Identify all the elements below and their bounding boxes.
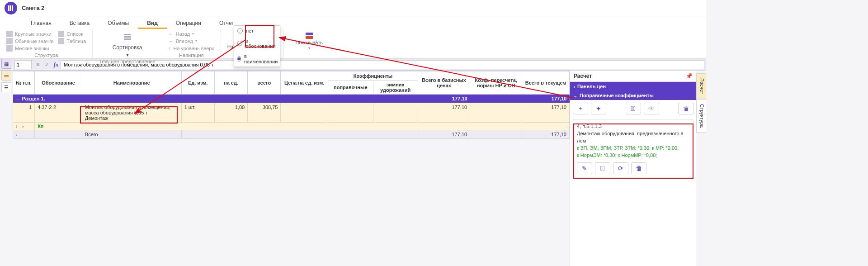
- normal-icons-icon: [6, 38, 13, 44]
- main-layout: № п.п. Обоснование Наименование Ед. изм.…: [13, 71, 696, 266]
- ribbon: Крупные значки Обычные значки Мелкие зна…: [0, 29, 706, 59]
- tab-volumes[interactable]: Объёмы: [99, 17, 138, 29]
- expand-icon[interactable]: ›: [22, 124, 27, 128]
- radio-checked-icon: [237, 56, 241, 62]
- nav-up[interactable]: ↑На уровень вверх: [169, 45, 214, 52]
- app-icon: [5, 2, 17, 14]
- add-button[interactable]: ＋: [573, 103, 588, 114]
- expand-icon[interactable]: ›: [16, 132, 20, 136]
- tab-operations[interactable]: Операции: [167, 17, 210, 29]
- tab-insert[interactable]: Вставка: [61, 17, 99, 29]
- table-row-sub[interactable]: ›› Кп: [13, 123, 570, 130]
- left-rail-btn-1[interactable]: ▦: [1, 59, 11, 69]
- view-normal-icons[interactable]: Обычные значки: [6, 38, 53, 44]
- popup-option-in-name[interactable]: в наименовании: [234, 51, 280, 66]
- ribbon-group-presentation: Сортировка ▾ Текущее представление: [93, 29, 162, 58]
- panel-section-prices[interactable]: ›Панель цен: [570, 82, 696, 91]
- coef-values-1: к ЗП, ЭМ, ЗПМ, ЗТР, ЗТМ: *0,30; к МР: *0…: [577, 145, 689, 152]
- view-large-icons[interactable]: Крупные значки: [6, 31, 53, 37]
- coef-text: Демонтаж оборудования, предназначенного …: [577, 130, 689, 145]
- left-rail-btn-3[interactable]: ☰: [1, 82, 11, 92]
- col-recalc[interactable]: Коэф. пересчета, нормы НР и СП: [470, 71, 522, 95]
- svg-rect-0: [8, 5, 9, 11]
- table-row[interactable]: 1 4.37-2-2 Монтаж оборудования в помещен…: [13, 103, 570, 123]
- col-unit[interactable]: Ед. изм.: [181, 71, 214, 95]
- popup-option-none[interactable]: нет: [234, 26, 280, 36]
- tab-main[interactable]: Главная: [22, 17, 61, 29]
- sort-button[interactable]: Сортировка ▾: [113, 31, 142, 58]
- group-label-navigation: Навигация: [179, 52, 203, 59]
- fx-button[interactable]: fx: [52, 59, 61, 70]
- refresh-icon: ⟳: [618, 164, 623, 173]
- caret-down-icon: ▾: [308, 46, 310, 50]
- close-icon: ✕: [36, 62, 40, 68]
- grid-area: № п.п. Обоснование Наименование Ед. изм.…: [13, 71, 570, 266]
- panel-section-coefficients[interactable]: ⌄Поправочные коэффициенты: [570, 91, 696, 100]
- right-toolbar: Расчет Структура: [696, 73, 706, 133]
- section-row[interactable]: ⌄Раздел 1. 177,10 177,10: [13, 95, 570, 103]
- col-unit-price[interactable]: Цена на ед. изм.: [281, 71, 328, 95]
- document-title: Смета 2: [22, 5, 45, 11]
- expand-icon[interactable]: ›: [16, 124, 20, 128]
- cell-reference-input[interactable]: [14, 60, 32, 69]
- card-hide-button[interactable]: 👁̷: [595, 162, 610, 174]
- svg-rect-4: [124, 36, 131, 38]
- eye-off-icon: 👁̷: [600, 164, 605, 173]
- col-npp[interactable]: № п.п.: [13, 71, 35, 95]
- cancel-edit-button[interactable]: ✕: [33, 59, 42, 70]
- trash-icon: 🗑: [636, 164, 642, 173]
- brick-top-icon: [306, 33, 313, 35]
- title-bar: Смета 2: [0, 0, 706, 16]
- col-coef-winter[interactable]: зимних удорожаний: [373, 81, 418, 95]
- arrow-left-icon: ←: [169, 31, 174, 37]
- col-base-total[interactable]: Всего в базисных ценах: [418, 71, 470, 95]
- show-popup-menu: нет в обосновании в наименовании: [234, 25, 280, 67]
- wand-button[interactable]: ✦: [591, 103, 606, 114]
- card-delete-button[interactable]: 🗑: [631, 162, 646, 174]
- edit-button[interactable]: ✎: [577, 162, 592, 174]
- view-list[interactable]: Список: [58, 31, 86, 37]
- left-rail-btn-2[interactable]: ▭: [1, 71, 11, 81]
- confirm-edit-button[interactable]: ✓: [42, 59, 52, 70]
- show-dropdown-button[interactable]: ↓ Показывать ▾: [290, 31, 328, 52]
- large-icons-icon: [6, 31, 13, 37]
- col-coef-corrective[interactable]: поправочные: [328, 81, 373, 95]
- arrow-right-icon: →: [169, 38, 174, 44]
- rail-tab-calc[interactable]: Расчет: [696, 73, 706, 99]
- coefficient-card[interactable]: 4, п.6.1.1.3 Демонтаж оборудования, пред…: [573, 119, 693, 178]
- rail-tab-structure[interactable]: Структура: [696, 99, 706, 133]
- show-button[interactable]: 👁: [644, 103, 659, 114]
- hide-button[interactable]: 👁̷: [626, 103, 641, 114]
- total-row[interactable]: › Всего 177,10 177,10: [13, 130, 570, 139]
- formula-input[interactable]: [61, 60, 704, 69]
- collapse-icon[interactable]: ⌄: [16, 96, 20, 100]
- download-arrow-icon: ↓: [316, 38, 318, 43]
- col-coefs[interactable]: Коэффициенты: [328, 71, 418, 81]
- col-name[interactable]: Наименование: [82, 71, 181, 95]
- col-justification[interactable]: Обоснование: [35, 71, 82, 95]
- group-label-presentation: Текущее представление: [99, 58, 155, 66]
- view-table[interactable]: Таблица: [58, 38, 86, 44]
- coef-values-2: к НормЭМ: *0,30; к НормМР: *0,00;: [577, 152, 689, 159]
- col-current-total[interactable]: Всего в текущем: [522, 71, 570, 95]
- nav-back[interactable]: ←Назад▾: [169, 31, 214, 37]
- popup-option-in-justification[interactable]: в обосновании: [234, 36, 280, 51]
- trash-icon: 🗑: [683, 105, 689, 112]
- nav-forward[interactable]: →Вперед▾: [169, 38, 214, 44]
- sync-button[interactable]: ⟳: [613, 162, 628, 174]
- svg-rect-3: [124, 34, 131, 35]
- pin-icon[interactable]: 📌: [686, 73, 693, 79]
- check-icon: ✓: [45, 62, 49, 68]
- col-total[interactable]: всего: [248, 71, 281, 95]
- estimate-table: № п.п. Обоснование Наименование Ед. изм.…: [13, 71, 570, 139]
- brick-bot-icon: [306, 36, 313, 39]
- view-small-icons[interactable]: Мелкие значки: [6, 45, 53, 52]
- list-icon: [58, 31, 64, 37]
- tab-view[interactable]: Вид: [138, 17, 167, 29]
- col-per-unit[interactable]: на ед.: [214, 71, 247, 95]
- svg-rect-5: [124, 38, 131, 40]
- table-icon: [58, 38, 64, 44]
- svg-rect-2: [12, 5, 13, 11]
- delete-button[interactable]: 🗑: [678, 103, 693, 114]
- panel-title: Расчет 📌: [570, 71, 696, 82]
